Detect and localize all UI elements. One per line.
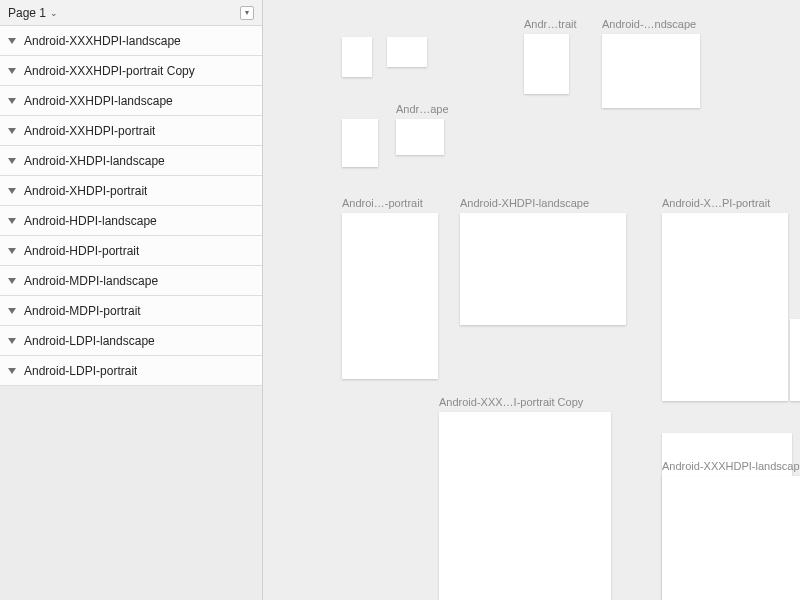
layer-row[interactable]: Android-XXXHDPI-portrait Copy	[0, 56, 262, 86]
disclosure-triangle-icon[interactable]	[8, 368, 16, 374]
artboard-label[interactable]: Andr…trait	[524, 18, 584, 30]
layer-label: Android-XHDPI-landscape	[24, 154, 165, 168]
layer-row[interactable]: Android-HDPI-landscape	[0, 206, 262, 236]
layer-label: Android-XXXHDPI-portrait Copy	[24, 64, 195, 78]
layer-label: Android-XXXHDPI-landscape	[24, 34, 181, 48]
page-menu-button[interactable]: ▾	[240, 6, 254, 20]
artboard[interactable]	[460, 213, 626, 325]
layer-row[interactable]: Android-MDPI-portrait	[0, 296, 262, 326]
artboard-label[interactable]: Android-X…PI-portrait	[662, 197, 792, 209]
artboard-label[interactable]: Androi…-portrait	[342, 197, 440, 209]
artboard[interactable]	[387, 37, 427, 67]
page-selector[interactable]: Page 1 ⌄ ▾	[0, 0, 262, 26]
layer-sidebar: Page 1 ⌄ ▾ Android-XXXHDPI-landscapeAndr…	[0, 0, 263, 600]
layer-row[interactable]: Android-XXHDPI-portrait	[0, 116, 262, 146]
layer-row[interactable]: Android-LDPI-landscape	[0, 326, 262, 356]
page-title: Page 1	[8, 6, 46, 20]
chevron-down-icon: ⌄	[50, 8, 58, 18]
artboard[interactable]	[662, 476, 800, 600]
artboard[interactable]	[439, 412, 611, 600]
layer-label: Android-XXHDPI-landscape	[24, 94, 173, 108]
artboard-label[interactable]: Android-XXXHDPI-landscape	[662, 460, 800, 472]
layer-row[interactable]: Android-XXHDPI-landscape	[0, 86, 262, 116]
artboard[interactable]	[342, 37, 372, 77]
layer-label: Android-MDPI-portrait	[24, 304, 141, 318]
layer-label: Android-HDPI-portrait	[24, 244, 139, 258]
artboard-label[interactable]: Android-XXX…I-portrait Copy	[439, 396, 619, 408]
disclosure-triangle-icon[interactable]	[8, 38, 16, 44]
layer-label: Android-LDPI-portrait	[24, 364, 137, 378]
layer-row[interactable]: Android-XXXHDPI-landscape	[0, 26, 262, 56]
disclosure-triangle-icon[interactable]	[8, 278, 16, 284]
disclosure-triangle-icon[interactable]	[8, 158, 16, 164]
layer-row[interactable]: Android-LDPI-portrait	[0, 356, 262, 386]
artboard-label[interactable]: Android-…ndscape	[602, 18, 710, 30]
artboard-label[interactable]: Android-XHDPI-landscape	[460, 197, 620, 209]
layer-label: Android-XXHDPI-portrait	[24, 124, 155, 138]
layer-row[interactable]: Android-XHDPI-portrait	[0, 176, 262, 206]
artboard-label[interactable]: Andr…ape	[396, 103, 454, 115]
layer-row[interactable]: Android-MDPI-landscape	[0, 266, 262, 296]
disclosure-triangle-icon[interactable]	[8, 338, 16, 344]
artboard[interactable]	[342, 213, 438, 379]
disclosure-triangle-icon[interactable]	[8, 308, 16, 314]
artboard[interactable]	[524, 34, 569, 94]
layer-row[interactable]: Android-HDPI-portrait	[0, 236, 262, 266]
disclosure-triangle-icon[interactable]	[8, 68, 16, 74]
disclosure-triangle-icon[interactable]	[8, 98, 16, 104]
layer-label: Android-MDPI-landscape	[24, 274, 158, 288]
disclosure-triangle-icon[interactable]	[8, 218, 16, 224]
artboard[interactable]	[342, 119, 378, 167]
artboard[interactable]	[396, 119, 444, 155]
canvas[interactable]: Andr…traitAndroid-…ndscapeAndr…apeAndroi…	[263, 0, 800, 600]
disclosure-triangle-icon[interactable]	[8, 188, 16, 194]
layer-list: Android-XXXHDPI-landscapeAndroid-XXXHDPI…	[0, 26, 262, 386]
layer-label: Android-LDPI-landscape	[24, 334, 155, 348]
layer-label: Android-XHDPI-portrait	[24, 184, 147, 198]
layer-label: Android-HDPI-landscape	[24, 214, 157, 228]
artboard[interactable]	[790, 319, 800, 401]
disclosure-triangle-icon[interactable]	[8, 248, 16, 254]
artboard[interactable]	[662, 213, 788, 401]
disclosure-triangle-icon[interactable]	[8, 128, 16, 134]
artboard[interactable]	[602, 34, 700, 108]
layer-row[interactable]: Android-XHDPI-landscape	[0, 146, 262, 176]
